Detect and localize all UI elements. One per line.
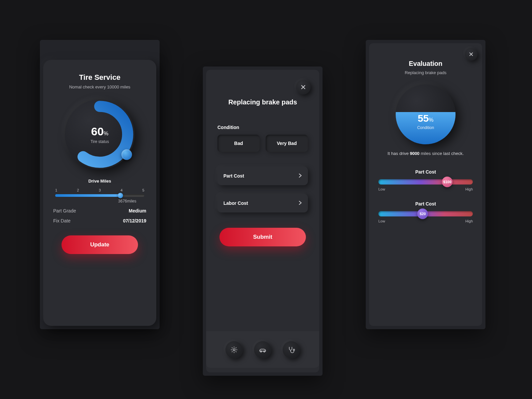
miles-readout: 3676miles xyxy=(53,199,146,203)
close-icon xyxy=(301,84,306,90)
gear-icon xyxy=(230,346,238,354)
row-label: Labor Cost xyxy=(223,200,248,206)
part-cost-slider-2[interactable]: $20 xyxy=(378,211,473,216)
submit-button[interactable]: Submit xyxy=(219,228,306,246)
close-button[interactable] xyxy=(465,48,477,61)
slider-ticks: 1 2 3 4 5 xyxy=(55,188,144,192)
low-label: Low xyxy=(378,187,385,191)
svg-point-1 xyxy=(233,349,235,351)
low-label: Low xyxy=(378,219,385,223)
labor-cost-row[interactable]: Labor Cost xyxy=(217,194,308,212)
svg-point-4 xyxy=(293,349,295,350)
gauge-label: Condition xyxy=(417,125,434,130)
slider-title: Part Cost xyxy=(378,169,473,175)
gauge-handle[interactable] xyxy=(121,149,132,160)
condition-gauge: 55% Condition xyxy=(396,84,456,144)
slider-thumb[interactable]: $100 xyxy=(442,177,453,187)
drive-miles-slider[interactable]: 1 2 3 4 5 xyxy=(55,188,144,197)
car-icon xyxy=(258,346,267,354)
slider-title: Part Cost xyxy=(378,201,473,206)
page-title: Evaluation xyxy=(369,60,482,67)
gauge-value: 60 xyxy=(91,125,104,138)
gauge-value: 55 xyxy=(418,113,429,124)
gauge-label: Tire status xyxy=(90,139,109,144)
nav-settings[interactable] xyxy=(225,341,243,358)
row-label: Part Cost xyxy=(223,173,244,179)
gauge-pct: % xyxy=(104,131,108,136)
close-button[interactable] xyxy=(296,80,311,94)
condition-bad-button[interactable]: Bad xyxy=(217,135,260,152)
high-label: High xyxy=(465,187,473,191)
chevron-right-icon xyxy=(299,200,302,206)
screen-evaluation: Evaluation Replacing brake pads 55% Cond… xyxy=(366,40,485,329)
update-button[interactable]: Update xyxy=(62,235,138,254)
page-subtitle: Nomal check every 10000 miles xyxy=(53,84,146,89)
page-subtitle: Replacing brake pads xyxy=(369,70,482,75)
card: Replacing brake pads Condition Bad Very … xyxy=(206,70,319,372)
gauge-center: 60% Tire status xyxy=(77,112,122,157)
tire-status-gauge[interactable]: 60% Tire status xyxy=(65,99,135,169)
row-fix-date: Fix Date 07/12/2019 xyxy=(53,218,146,223)
svg-point-2 xyxy=(260,351,262,352)
miles-note: It has drive 9000 miles since last check… xyxy=(369,151,482,156)
row-part-grade: Part Grade Medium xyxy=(53,208,146,213)
condition-label: Condition xyxy=(217,125,308,130)
condition-very-bad-button[interactable]: Very Bad xyxy=(266,135,308,152)
card: Evaluation Replacing brake pads 55% Cond… xyxy=(369,43,482,326)
slider-fill xyxy=(55,194,120,197)
drive-miles-label: Drive Miles xyxy=(53,179,146,184)
part-cost-row[interactable]: Part Cost xyxy=(217,167,308,185)
condition-options: Bad Very Bad xyxy=(217,135,308,152)
slider-track[interactable] xyxy=(55,194,144,197)
chevron-right-icon xyxy=(299,173,302,179)
screen-replace-brake-pads: Replacing brake pads Condition Bad Very … xyxy=(203,66,323,376)
gauge-pct: % xyxy=(429,117,434,123)
slider-thumb[interactable] xyxy=(118,193,123,198)
svg-point-3 xyxy=(264,351,265,352)
close-icon xyxy=(469,52,473,57)
part-cost-block: Part Cost $100 Low High xyxy=(378,169,473,191)
stethoscope-icon xyxy=(287,346,295,354)
high-label: High xyxy=(465,219,473,223)
page-title: Tire Service xyxy=(53,73,146,82)
screen-tire-service: Tire Service Nomal check every 10000 mil… xyxy=(40,40,160,329)
slider-thumb[interactable]: $20 xyxy=(417,208,428,219)
card: Tire Service Nomal check every 10000 mil… xyxy=(43,60,156,326)
nav-car[interactable] xyxy=(254,341,271,358)
part-cost-block-2: Part Cost $20 Low High xyxy=(378,201,473,223)
bottom-nav xyxy=(206,331,319,368)
page-title: Replacing brake pads xyxy=(206,98,319,106)
nav-diagnostics[interactable] xyxy=(283,341,300,358)
part-cost-slider[interactable]: $100 xyxy=(378,179,473,185)
